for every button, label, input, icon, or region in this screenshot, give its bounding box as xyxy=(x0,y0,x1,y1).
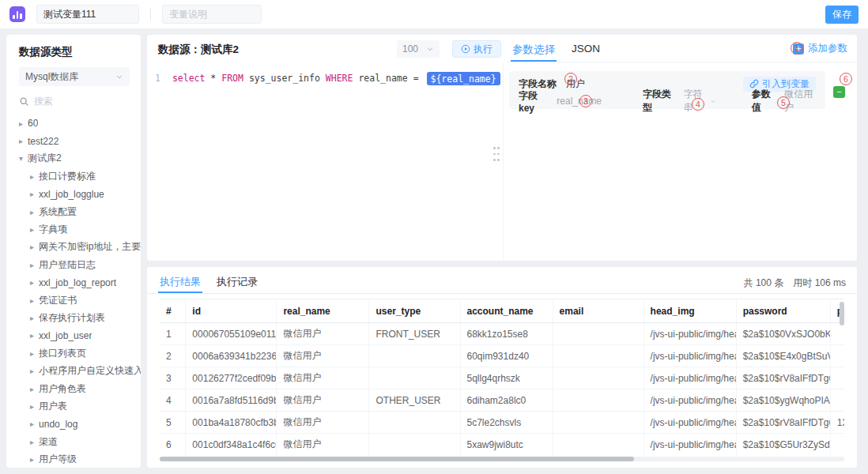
sidebar-title: 数据源类型 xyxy=(6,35,141,59)
search-icon xyxy=(19,96,29,107)
tree-item[interactable]: ▸接口列表页 xyxy=(6,344,141,362)
caret-right-icon[interactable]: ▸ xyxy=(30,190,34,198)
table-row[interactable]: 20006a639341b2236bb...微信用户60qim931dz40/j… xyxy=(160,345,844,367)
variable-name-input[interactable] xyxy=(36,5,139,24)
caret-right-icon[interactable]: ▸ xyxy=(30,278,34,287)
table-cell: 001c0df348a1c4f6c6f4... xyxy=(186,434,277,456)
annotation-2: 2 xyxy=(564,73,577,85)
table-cell: 3 xyxy=(160,367,186,389)
tree-item[interactable]: ▸系统配置 xyxy=(6,203,141,220)
run-query-button[interactable]: 执行 xyxy=(452,40,501,58)
column-header: id xyxy=(186,299,277,323)
sql-param-badge: ${real_name} xyxy=(427,72,500,85)
tree-item[interactable]: ▸60 xyxy=(6,115,141,132)
tree-item[interactable]: ▸用户角色表 xyxy=(6,380,141,397)
caret-right-icon[interactable]: ▸ xyxy=(30,314,34,322)
caret-right-icon[interactable]: ▸ xyxy=(30,172,34,181)
tree-item[interactable]: ▸用户等级 xyxy=(6,450,141,468)
tab-execution-history[interactable]: 执行记录 xyxy=(217,275,258,289)
table-cell: 001ba4a18780cfb3b56... xyxy=(186,412,277,434)
horizontal-scroll-thumb[interactable] xyxy=(160,457,634,461)
tree-item[interactable]: ▸用户登陆日志 xyxy=(6,256,141,273)
caret-right-icon[interactable]: ▸ xyxy=(30,225,34,234)
table-row[interactable]: 1000067055109e0110e...微信用户FRONT_USER68kk… xyxy=(160,323,844,345)
tree-item[interactable]: ▸保存执行计划表 xyxy=(6,309,141,326)
app-logo-bar-chart-icon xyxy=(9,6,25,22)
table-cell: 5 xyxy=(160,412,186,434)
table-cell: OTHER_USER xyxy=(369,389,460,412)
tree-item[interactable]: ▸网关不加密ip地址，主要J xyxy=(6,239,141,256)
table-cell: 6 xyxy=(160,434,186,456)
caret-right-icon[interactable]: ▸ xyxy=(30,367,34,375)
caret-right-icon[interactable]: ▸ xyxy=(30,261,34,269)
variable-description-input[interactable] xyxy=(162,5,262,24)
caret-right-icon[interactable]: ▸ xyxy=(19,119,23,128)
row-limit-select[interactable]: 100 xyxy=(397,40,440,58)
table-horizontal-scrollbar[interactable] xyxy=(160,457,844,461)
sql-editor[interactable]: 1 select * FROM sys_user_info WHERE real… xyxy=(147,63,503,261)
caret-right-icon[interactable]: ▸ xyxy=(30,455,34,464)
tree-item-label: 60 xyxy=(28,118,38,129)
tree-item[interactable]: ▸用户表 xyxy=(6,397,141,415)
caret-right-icon[interactable]: ▸ xyxy=(30,438,34,446)
caret-right-icon[interactable]: ▸ xyxy=(30,402,34,411)
tree-item[interactable]: ▸接口计费标准 xyxy=(6,167,141,185)
caret-right-icon[interactable]: ▸ xyxy=(30,385,34,393)
column-header: head_img xyxy=(643,299,736,323)
chevron-down-icon xyxy=(115,73,123,81)
table-row[interactable]: 6001c0df348a1c4f6c6f4...微信用户5xaw9jwi8utc… xyxy=(160,434,844,456)
caret-right-icon[interactable]: ▸ xyxy=(30,243,34,251)
tab-param-select[interactable]: 参数选择 xyxy=(512,43,555,57)
caret-right-icon[interactable]: ▸ xyxy=(30,331,34,340)
table-cell: 微信用户 xyxy=(277,367,369,389)
tree-item[interactable]: ▸undo_log xyxy=(6,416,141,433)
save-button[interactable]: 保存 xyxy=(825,6,859,24)
table-cell xyxy=(369,412,460,434)
panel-resize-handle[interactable] xyxy=(492,145,500,163)
table-row[interactable]: 300126277f2cedf09bdfa...微信用户5qllg4qrhszk… xyxy=(160,367,844,389)
annotation-1: 1 xyxy=(791,42,803,55)
table-cell xyxy=(553,367,643,389)
tree-item[interactable]: ▸xxl_job_logglue xyxy=(6,186,141,203)
tree-item[interactable]: ▸test222 xyxy=(6,132,141,149)
table-cell: FRONT_USER xyxy=(369,323,460,345)
caret-right-icon[interactable]: ▸ xyxy=(19,137,23,145)
caret-right-icon[interactable]: ▸ xyxy=(30,419,34,428)
table-row[interactable]: 40016a7a8fd5116d9bf0...微信用户OTHER_USER6di… xyxy=(160,389,844,412)
tree-item[interactable]: ▸xxl_job_log_report xyxy=(6,274,141,292)
table-cell: $2a$10$0VxSJO0bKb... xyxy=(736,323,830,345)
table-cell xyxy=(553,345,643,367)
table-vertical-scrollbar[interactable] xyxy=(840,302,844,325)
caret-right-icon[interactable]: ▸ xyxy=(30,296,34,305)
tree-item[interactable]: ▸渠道 xyxy=(6,433,141,450)
tree-item[interactable]: ▸xxl_job_user xyxy=(6,327,141,344)
tree-item[interactable]: ▾测试库2 xyxy=(6,150,141,167)
table-cell: 微信用户 xyxy=(277,434,369,456)
tree-item[interactable]: ▸字典项 xyxy=(6,220,141,238)
table-row[interactable]: 5001ba4a18780cfb3b56...微信用户5c7le2chsvls/… xyxy=(160,412,844,434)
caret-right-icon[interactable]: ▸ xyxy=(30,349,34,358)
table-cell: 5qllg4qrhszk xyxy=(460,367,553,389)
caret-down-icon[interactable]: ▾ xyxy=(19,154,23,163)
search-input[interactable] xyxy=(34,96,113,107)
tree-item[interactable]: ▸小程序用户自定义快速入 xyxy=(6,362,141,379)
collapse-param-button[interactable]: − xyxy=(833,86,845,98)
column-header: password xyxy=(736,299,830,323)
table-cell: 5c7le2chsvls xyxy=(460,412,553,434)
tab-execution-result[interactable]: 执行结果 xyxy=(160,275,201,289)
tab-json[interactable]: JSON xyxy=(572,43,600,55)
tree-item-label: xxl_job_log_report xyxy=(39,277,116,288)
datasource-type-select[interactable]: Mysql数据库 xyxy=(19,67,130,86)
tree-item-label: 保存执行计划表 xyxy=(39,311,105,325)
tree-item-label: undo_log xyxy=(39,419,77,430)
table-cell: 00126277f2cedf09bdfa... xyxy=(186,367,277,389)
caret-right-icon[interactable]: ▸ xyxy=(30,208,34,216)
table-cell: /jvs-ui-public/img/headl... xyxy=(643,367,736,389)
results-panel: 执行结果 执行记录 共 100 条 用时 106 ms #idreal_name… xyxy=(147,267,857,468)
table-cell: 6diham2a8lc0 xyxy=(460,389,553,412)
datasource-type-value: Mysql数据库 xyxy=(25,70,78,84)
table-search xyxy=(19,96,130,107)
chevron-down-icon xyxy=(710,97,716,105)
tree-item[interactable]: ▸凭证证书 xyxy=(6,292,141,309)
tree-item-label: 用户角色表 xyxy=(39,382,86,396)
